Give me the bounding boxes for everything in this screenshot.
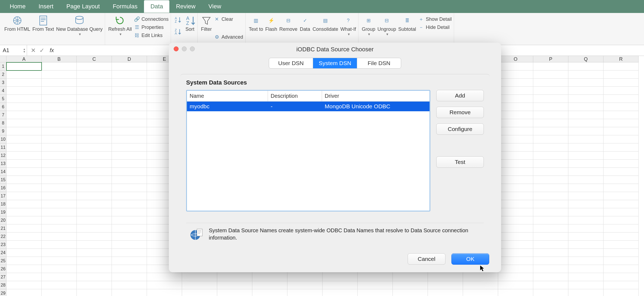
cell[interactable] [77,70,112,79]
cell[interactable] [112,265,147,273]
cell[interactable] [568,216,603,224]
row-header[interactable]: 6 [0,103,6,111]
cell[interactable] [498,208,533,216]
cell[interactable] [42,289,77,296]
cell[interactable] [603,70,639,79]
cell[interactable] [147,289,182,296]
cell[interactable] [42,265,77,273]
row-header[interactable]: 13 [0,160,6,168]
cell[interactable] [498,135,533,143]
cell[interactable] [287,281,323,289]
row-header[interactable]: 25 [0,257,6,265]
row-header[interactable]: 9 [0,127,6,135]
cell[interactable] [77,192,112,200]
menu-data[interactable]: Data [144,0,169,13]
cell[interactable] [533,265,568,273]
cell[interactable] [42,152,77,160]
cell[interactable] [42,119,77,127]
cell[interactable] [42,216,77,224]
cell[interactable] [498,62,533,70]
row-header[interactable]: 12 [0,152,6,160]
cell[interactable] [112,87,147,95]
cell[interactable] [42,135,77,143]
row-header[interactable]: 5 [0,95,6,103]
cell[interactable] [568,127,603,135]
select-all-corner[interactable] [0,56,6,62]
cell[interactable] [603,135,639,143]
cell[interactable] [6,233,42,241]
fx-label[interactable]: fx [48,47,54,53]
cell[interactable] [603,95,639,103]
cell[interactable] [568,241,603,249]
cell[interactable] [42,79,77,87]
show-detail-button[interactable]: ＋Show Detail [418,16,452,22]
cell[interactable] [77,111,112,119]
properties-button[interactable]: ☰Properties [134,24,169,30]
ungroup-button[interactable]: ⊟Ungroup▼ [377,15,396,36]
cell[interactable] [463,281,498,289]
cell[interactable] [533,208,568,216]
cell[interactable] [498,168,533,176]
tab-user-dsn[interactable]: User DSN [269,58,313,68]
cell[interactable] [498,70,533,79]
cell[interactable] [6,265,42,273]
cell[interactable] [112,152,147,160]
cell[interactable] [42,160,77,168]
cell[interactable] [77,168,112,176]
cell[interactable] [568,249,603,257]
hide-detail-button[interactable]: －Hide Detail [418,24,452,30]
tab-system-dsn[interactable]: System DSN [313,58,357,68]
cell[interactable] [533,233,568,241]
cell[interactable] [42,241,77,249]
cell[interactable] [533,87,568,95]
cell[interactable] [42,62,77,70]
cell[interactable] [77,95,112,103]
cell[interactable] [568,70,603,79]
cell[interactable] [603,176,639,184]
cell[interactable] [77,135,112,143]
cell[interactable] [6,160,42,168]
cell[interactable] [217,273,252,281]
cell[interactable] [498,79,533,87]
cell[interactable] [6,273,42,281]
cell[interactable] [533,152,568,160]
cell[interactable] [6,143,42,152]
cell[interactable] [77,241,112,249]
cell[interactable] [112,257,147,265]
cell[interactable] [358,281,393,289]
row-header[interactable]: 17 [0,192,6,200]
cell[interactable] [6,135,42,143]
cell[interactable] [6,257,42,265]
cell[interactable] [77,257,112,265]
cell[interactable] [252,281,287,289]
cell[interactable] [603,62,639,70]
cell[interactable] [112,111,147,119]
from-html-button[interactable]: From HTML [4,15,30,32]
cell[interactable] [533,192,568,200]
cell[interactable] [568,160,603,168]
cell[interactable] [498,192,533,200]
row-header[interactable]: 15 [0,176,6,184]
cell[interactable] [77,160,112,168]
cell[interactable] [568,289,603,296]
cell[interactable] [6,152,42,160]
cell[interactable] [112,62,147,70]
menu-insert[interactable]: Insert [32,0,60,13]
row-header[interactable]: 26 [0,265,6,273]
row-header[interactable]: 28 [0,281,6,289]
cell[interactable] [182,289,217,296]
cell[interactable] [603,273,639,281]
cell[interactable] [533,62,568,70]
cell[interactable] [287,273,323,281]
window-minimize-button[interactable] [182,46,187,51]
cell[interactable] [6,103,42,111]
cell[interactable] [6,127,42,135]
cell[interactable] [603,200,639,208]
cell[interactable] [6,62,42,70]
connections-button[interactable]: 🔗Connections [134,16,169,22]
cell[interactable] [77,289,112,296]
accept-formula-icon[interactable]: ✓ [39,47,44,54]
cell[interactable] [6,119,42,127]
row-header[interactable]: 21 [0,224,6,233]
cell[interactable] [568,168,603,176]
